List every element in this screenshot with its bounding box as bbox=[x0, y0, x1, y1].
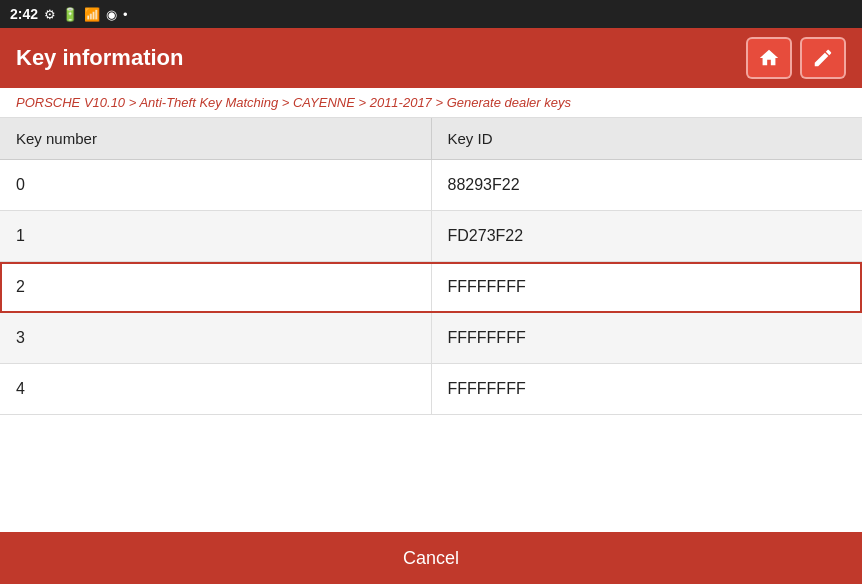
home-button[interactable] bbox=[746, 37, 792, 79]
page-title: Key information bbox=[16, 45, 183, 71]
battery-icon: 🔋 bbox=[62, 7, 78, 22]
cancel-button[interactable]: Cancel bbox=[0, 532, 862, 584]
cell-key-id-2: FFFFFFFF bbox=[432, 262, 863, 312]
cell-key-id-3: FFFFFFFF bbox=[432, 313, 863, 363]
bluetooth-icon: ◉ bbox=[106, 7, 117, 22]
cell-key-id-4: FFFFFFFF bbox=[432, 364, 863, 414]
header: Key information bbox=[0, 28, 862, 88]
table-row[interactable]: 3 FFFFFFFF bbox=[0, 313, 862, 364]
status-bar: 2:42 ⚙ 🔋 📶 ◉ • bbox=[0, 0, 862, 28]
signal-icon: 📶 bbox=[84, 7, 100, 22]
table-header: Key number Key ID bbox=[0, 118, 862, 160]
main-content: Key information PORSCHE V10.10 > Anti-Th… bbox=[0, 28, 862, 584]
table-row[interactable]: 1 FD273F22 bbox=[0, 211, 862, 262]
cancel-label: Cancel bbox=[403, 548, 459, 569]
dot-icon: • bbox=[123, 7, 128, 22]
header-actions bbox=[746, 37, 846, 79]
table-row[interactable]: 4 FFFFFFFF bbox=[0, 364, 862, 415]
edit-button[interactable] bbox=[800, 37, 846, 79]
cell-key-number-0: 0 bbox=[0, 160, 432, 210]
table-row[interactable]: 0 88293F22 bbox=[0, 160, 862, 211]
breadcrumb-text: PORSCHE V10.10 > Anti-Theft Key Matching… bbox=[16, 95, 571, 110]
table-rows-container: 0 88293F22 1 FD273F22 2 FFFFFFFF 3 FFFFF… bbox=[0, 160, 862, 415]
cell-key-id-0: 88293F22 bbox=[432, 160, 863, 210]
settings-icon: ⚙ bbox=[44, 7, 56, 22]
col-header-key-id: Key ID bbox=[432, 118, 863, 159]
breadcrumb: PORSCHE V10.10 > Anti-Theft Key Matching… bbox=[0, 88, 862, 118]
col-header-key-number: Key number bbox=[0, 118, 432, 159]
table-row-selected[interactable]: 2 FFFFFFFF bbox=[0, 262, 862, 313]
table-container: Key number Key ID 0 88293F22 1 FD273F22 … bbox=[0, 118, 862, 532]
cell-key-id-1: FD273F22 bbox=[432, 211, 863, 261]
cell-key-number-2: 2 bbox=[0, 262, 432, 312]
cell-key-number-3: 3 bbox=[0, 313, 432, 363]
cell-key-number-1: 1 bbox=[0, 211, 432, 261]
status-time: 2:42 bbox=[10, 6, 38, 22]
cell-key-number-4: 4 bbox=[0, 364, 432, 414]
